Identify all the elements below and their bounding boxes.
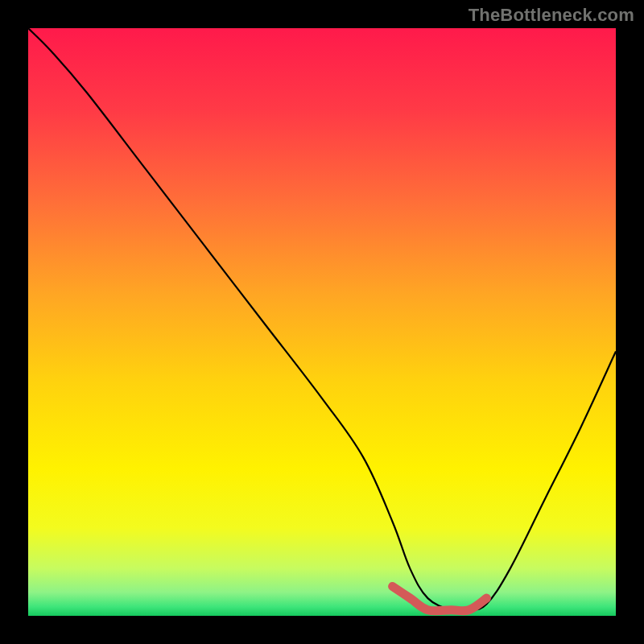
chart-frame: TheBottleneck.com (0, 0, 644, 644)
chart-svg (28, 28, 616, 616)
gradient-background (28, 28, 616, 616)
plot-area (28, 28, 616, 616)
attribution-label: TheBottleneck.com (469, 5, 634, 26)
